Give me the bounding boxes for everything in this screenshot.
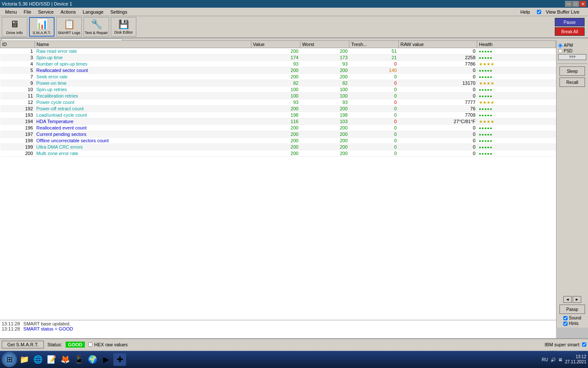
status-value: GOOD — [66, 342, 85, 348]
menu-item-file[interactable]: File — [20, 9, 35, 15]
drive-info-label: Drive Info — [6, 31, 23, 35]
psd-radio[interactable] — [558, 49, 562, 53]
unknown-btn[interactable]: ??? — [558, 54, 586, 60]
log-line: 13:11:28SMART status = GOOD — [2, 326, 554, 331]
recall-button[interactable]: Recall — [559, 78, 585, 87]
taskbar-icon-app1[interactable]: 📝 — [45, 353, 58, 366]
display-icon[interactable]: 🖥 — [558, 357, 562, 362]
cell-value: 200 — [251, 106, 300, 112]
hex-raw-checkbox[interactable] — [88, 342, 92, 347]
minimize-btn[interactable]: ─ — [565, 1, 572, 7]
cell-name: Raw read error rate — [35, 48, 251, 55]
log-area: 13:11:28SMART base updated.13:11:28SMART… — [0, 320, 556, 339]
table-row[interactable]: 9 Power-on time 82 82 0 13170 ★★★★ — [0, 80, 556, 86]
cell-value: 174 — [251, 55, 300, 61]
sound-label[interactable]: Sound — [563, 316, 581, 320]
cell-health: ●●●●● — [477, 131, 556, 138]
volume-icon[interactable]: 🔊 — [551, 357, 556, 362]
cell-worst: 200 — [300, 106, 349, 112]
cell-raw: 0 — [398, 67, 477, 74]
table-row[interactable]: 12 Power cycle count 93 93 0 7777 ★★★★ — [0, 99, 556, 106]
breakall-button[interactable]: Break All — [555, 27, 585, 36]
drive-info-button[interactable]: 🖥 Drive Info — [2, 17, 27, 37]
cell-value: 82 — [251, 80, 300, 86]
cell-worst: 93 — [300, 61, 349, 67]
start-button[interactable]: ⊞ — [2, 352, 17, 367]
menu-item-actions[interactable]: Actions — [57, 9, 79, 15]
cell-thresh: 0 — [349, 112, 398, 118]
sound-checkbox[interactable] — [563, 316, 568, 320]
cell-raw: 7709 — [398, 112, 477, 118]
taskbar-icon-explorer[interactable]: 📁 — [18, 353, 31, 366]
log-line: 13:11:28SMART base updated. — [2, 321, 554, 326]
maximize-btn[interactable]: □ — [572, 1, 579, 7]
taskbar-icon-firefox[interactable]: 🦊 — [59, 353, 72, 366]
table-row[interactable]: 194 HDA Temperature 116 103 0 27°C/81°F … — [0, 118, 556, 125]
test-repair-button[interactable]: 🔧 Test & Repair — [84, 17, 109, 37]
table-row[interactable]: 10 Spin-up retries 100 100 0 0 ●●●●● — [0, 86, 556, 93]
passp-button[interactable]: Passp — [559, 305, 585, 314]
table-row[interactable]: 196 Reallocated event count 200 200 0 0 … — [0, 125, 556, 131]
taskbar-icon-viber[interactable]: 📱 — [72, 353, 85, 366]
cell-worst: 200 — [300, 138, 349, 144]
taskbar-icon-victoria[interactable]: ✚ — [113, 353, 126, 366]
table-row[interactable]: 11 Recalibration retries 100 100 0 0 ●●●… — [0, 93, 556, 99]
disk-editor-button[interactable]: 💾 Disk Editor — [111, 17, 136, 37]
cell-thresh: 140 — [349, 67, 398, 74]
table-row[interactable]: 3 Spin-up time 174 173 21 2258 ●●●●● — [0, 55, 556, 61]
main-content: ID Name Value Worst Tresh... RAW value H… — [0, 40, 556, 328]
cell-raw: 0 — [398, 74, 477, 80]
menu-item-help[interactable]: Help — [517, 9, 533, 15]
taskbar-icon-chrome[interactable]: 🌍 — [86, 353, 99, 366]
table-row[interactable]: 199 Ultra DMA CRC errors 200 200 0 0 ●●●… — [0, 144, 556, 150]
cell-raw: 76 — [398, 106, 477, 112]
table-row[interactable]: 198 Offline uncorrectable sectors count … — [0, 138, 556, 144]
cell-thresh: 0 — [349, 106, 398, 112]
left-btn[interactable]: ◄ — [563, 296, 572, 303]
table-row[interactable]: 197 Current pending sectors 200 200 0 0 … — [0, 131, 556, 138]
get-smart-button[interactable]: Get S.M.A.R.T. — [2, 341, 44, 348]
log-message: SMART status = GOOD — [23, 326, 73, 331]
table-row[interactable]: 192 Power-off retract count 200 200 0 76… — [0, 106, 556, 112]
titlebar: Victoria 5.36 HDD/SSD | Device 1 ─ □ ✕ — [0, 0, 588, 8]
cell-raw: 13170 — [398, 80, 477, 86]
cell-worst: 173 — [300, 55, 349, 61]
hints-label[interactable]: Hints — [563, 321, 581, 326]
close-btn[interactable]: ✕ — [579, 1, 586, 7]
smart-table: ID Name Value Worst Tresh... RAW value H… — [0, 40, 556, 157]
table-row[interactable]: 7 Seek error rate 200 200 0 0 ●●●●● — [0, 74, 556, 80]
cell-health: ●●●●● — [477, 74, 556, 80]
hints-checkbox[interactable] — [563, 322, 568, 326]
smart-logs-icon: 📋 — [63, 19, 75, 30]
log-timestamp: 13:11:28 — [2, 321, 20, 326]
menu-item-language[interactable]: Language — [79, 9, 107, 15]
locale-indicator: RU — [542, 357, 548, 362]
apm-radio[interactable] — [558, 43, 562, 48]
taskbar-icon-ie[interactable]: 🌐 — [32, 353, 44, 366]
cell-value: 200 — [251, 150, 300, 157]
psd-radio-label[interactable]: PSD — [558, 49, 586, 53]
pause-button[interactable]: Pause — [555, 18, 585, 26]
table-row[interactable]: 193 Load/unload cycle count 198 198 0 77… — [0, 112, 556, 118]
menu-item-service[interactable]: Service — [35, 9, 57, 15]
cell-id: 197 — [0, 131, 35, 138]
table-row[interactable]: 5 Reallocated sector count 200 200 140 0… — [0, 67, 556, 74]
ibm-smart-checkbox[interactable] — [582, 342, 586, 347]
menu-item-menu[interactable]: Menu — [2, 9, 20, 15]
smart-button[interactable]: 📊 S.M.A.R.T. — [29, 17, 55, 37]
menu-item-settings[interactable]: Settings — [107, 9, 131, 15]
hex-raw-label[interactable]: HEX raw values — [88, 342, 127, 347]
windows-taskbar: ⊞ 📁 🌐 📝 🦊 📱 🌍 ▶ ✚ RU 🔊 🖥 13:12 27.11.202… — [0, 351, 588, 368]
cell-raw: 27°C/81°F — [398, 118, 477, 125]
right-btn[interactable]: ► — [573, 296, 581, 303]
view-buffer-live-checkbox[interactable]: View Buffer Live — [533, 9, 586, 15]
smart-logs-button[interactable]: 📋 SMART Logs — [56, 17, 82, 37]
sleep-button[interactable]: Sleep — [559, 66, 585, 76]
cell-name: Load/unload cycle count — [35, 112, 251, 118]
apm-radio-label[interactable]: APM — [558, 43, 586, 48]
table-row[interactable]: 4 Number of spin-up times 93 93 0 7786 ★… — [0, 61, 556, 67]
taskbar-icon-media[interactable]: ▶ — [100, 353, 112, 366]
table-row[interactable]: 1 Raw read error rate 200 200 51 0 ●●●●● — [0, 48, 556, 55]
cell-id: 3 — [0, 55, 35, 61]
table-row[interactable]: 200 Multi zone error rate 200 200 0 0 ●●… — [0, 150, 556, 157]
